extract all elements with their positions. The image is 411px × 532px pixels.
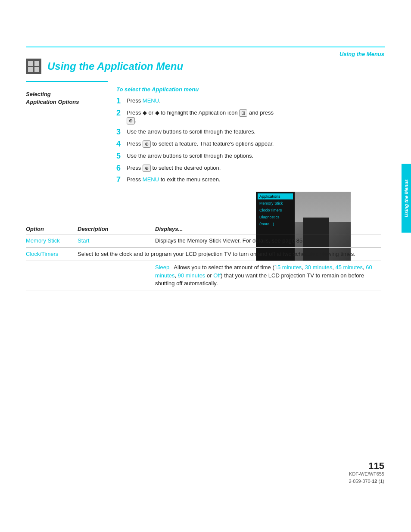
step-7: 7 Press MENU to exit the menu screen. <box>116 176 282 184</box>
col-header-displays: Displays... <box>155 224 381 234</box>
step-num-7: 7 <box>116 176 124 184</box>
side-tab-label: Using the Menus <box>404 179 409 217</box>
col-header-description: Description <box>78 224 155 234</box>
page-title: Using the Application Menu <box>47 60 183 72</box>
time-30: 30 minutes <box>305 264 333 271</box>
desc-sleep-empty <box>78 261 155 290</box>
step-1: 1 Press MENU. <box>116 97 282 106</box>
icon-cell-4 <box>34 67 40 72</box>
app-menu-icon <box>26 59 41 74</box>
option-label-clock-timers: Clock/Timers <box>26 251 58 257</box>
desc-clock-timers: Select to set the clock and to program y… <box>78 248 381 261</box>
icon-cell-1 <box>28 61 33 66</box>
step-6: 6 Press ⊕ to select the desired option. <box>116 164 282 173</box>
step-text-6: Press ⊕ to select the desired option. <box>127 164 282 172</box>
step-text-5: Use the arrow buttons to scroll through … <box>127 152 282 160</box>
time-15: 15 minutes <box>274 264 302 271</box>
icon-cell-3 <box>28 67 33 72</box>
option-sleep-empty <box>26 261 78 290</box>
enter-btn-1: ⊕ <box>127 117 135 124</box>
model-info: KDF-WE/WF6552-059-370-12 (1) <box>349 470 384 485</box>
time-off: Off <box>213 272 221 279</box>
steps-with-image: 1 Press MENU. 2 Press ◆ or ◆ to highligh… <box>116 97 381 188</box>
menu-item-1: Memory Stick <box>258 200 293 206</box>
step-num-2: 2 <box>116 109 124 118</box>
displays-sleep: Sleep Allows you to select the amount of… <box>155 261 381 290</box>
enter-btn-3: ⊕ <box>143 165 151 172</box>
menu-highlighted-item: Applications <box>258 193 293 199</box>
chapter-label: Using the Menus <box>339 51 384 57</box>
side-chapter-tab: Using the Menus <box>402 164 411 233</box>
step-text-3: Use the arrow buttons to scroll through … <box>127 128 282 136</box>
step-text-7: Press MENU to exit the menu screen. <box>127 176 282 184</box>
icon-cell-2 <box>34 61 40 66</box>
step-num-1: 1 <box>116 97 124 106</box>
title-divider <box>26 81 108 82</box>
desc-label-start: Start <box>78 237 89 244</box>
step-5: 5 Use the arrow buttons to scroll throug… <box>116 152 282 161</box>
table-row-clock-timers: Clock/Timers Select to set the clock and… <box>26 248 381 261</box>
step-num-5: 5 <box>116 152 124 161</box>
main-content: To select the Application menu 1 Press M… <box>116 86 381 188</box>
step-num-6: 6 <box>116 164 124 173</box>
sidebar-section: Selecting Application Options <box>26 90 108 106</box>
option-memory-stick: Memory Stick <box>26 234 78 248</box>
enter-btn-2: ⊕ <box>143 140 151 148</box>
sidebar-heading: Selecting Application Options <box>26 90 108 106</box>
step-4: 4 Press ⊕ to select a feature. That feat… <box>116 140 282 149</box>
steps-column: 1 Press MENU. 2 Press ◆ or ◆ to highligh… <box>116 97 282 188</box>
table: Option Description Displays... Memory St… <box>26 224 381 290</box>
menu-keyword-7: MENU <box>143 176 159 183</box>
col-header-option: Option <box>26 224 78 234</box>
step-2: 2 Press ◆ or ◆ to highlight the Applicat… <box>116 109 282 125</box>
app-icon-inline: ⊞ <box>239 109 247 117</box>
menu-item-2: Clock/Timers <box>258 207 293 213</box>
table-row-memory-stick: Memory Stick Start Displays the Memory S… <box>26 234 381 248</box>
step-num-3: 3 <box>116 128 124 137</box>
options-table: Option Description Displays... Memory St… <box>26 224 381 290</box>
step-text-4: Press ⊕ to select a feature. That featur… <box>127 140 282 148</box>
time-45: 45 minutes <box>335 264 363 271</box>
option-label-memory-stick: Memory Stick <box>26 237 60 244</box>
step-num-4: 4 <box>116 140 124 149</box>
sub-heading: To select the Application menu <box>116 86 381 93</box>
top-divider-line <box>26 47 385 47</box>
step-text-2: Press ◆ or ◆ to highlight the Applicatio… <box>127 109 282 125</box>
title-area: Using the Application Menu <box>26 59 183 74</box>
desc-start: Start <box>78 234 155 248</box>
step-text-1: Press MENU. <box>127 97 282 105</box>
table-row-sleep: Sleep Allows you to select the amount of… <box>26 261 381 290</box>
step-3: 3 Use the arrow buttons to scroll throug… <box>116 128 282 137</box>
menu-item-3: Diagnostics <box>258 214 293 220</box>
option-clock-timers: Clock/Timers <box>26 248 78 261</box>
time-90: 90 minutes <box>178 272 206 279</box>
menu-keyword-1: MENU <box>143 97 159 104</box>
sleep-label: Sleep <box>155 264 169 271</box>
displays-memory-stick: Displays the Memory Stick Viewer. For de… <box>155 234 381 248</box>
